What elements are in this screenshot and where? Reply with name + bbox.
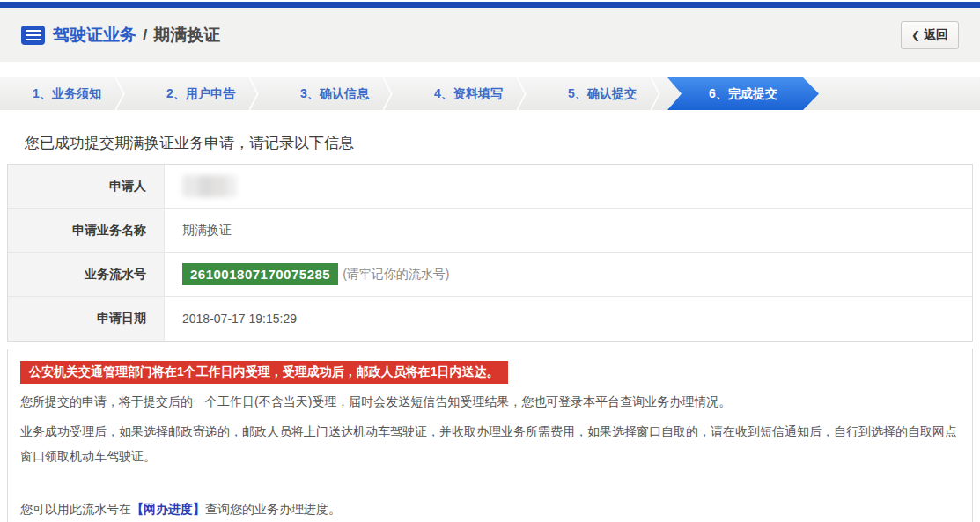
table-row: 业务流水号 261001807170075285 (请牢记你的流水号) [8,253,972,297]
notice-paragraph: 业务成功受理后，如果选择邮政寄递的，邮政人员将上门送达机动车驾驶证，并收取办理业… [20,419,960,468]
serial-note: (请牢记你的流水号) [343,267,449,283]
row-value: 期满换证 [165,223,232,239]
row-value: 2018-07-17 19:15:29 [165,312,297,326]
table-row: 申请日期 2018-07-17 19:15:29 [8,297,972,341]
row-label: 申请人 [8,165,165,208]
masked-applicant-name [182,175,237,197]
info-table: 申请人 申请业务名称 期满换证 业务流水号 261001807170075285… [7,164,973,342]
breadcrumb-separator: / [143,26,147,45]
progress-query-link[interactable]: 【网办进度】 [131,502,205,516]
stepper-step[interactable]: 2、用户申告 [134,77,268,110]
table-row: 申请业务名称 期满换证 [8,209,972,253]
footer-suffix: 查询您的业务办理进度。 [205,502,341,516]
back-button[interactable]: ❮ 返回 [901,21,959,49]
notice-footer: 您可以用此流水号在【网办进度】查询您的业务办理进度。 [20,502,960,518]
step-label: 4、资料填写 [434,86,503,100]
notice-paragraphs: 您所提交的申请，将于提交后的一个工作日(不含当天)受理，届时会发送短信告知受理结… [20,389,960,468]
step-label: 6、完成提交 [709,86,777,100]
footer-prefix: 您可以用此流水号在 [20,502,131,516]
step-label: 3、确认信息 [300,86,369,100]
serial-number: 261001807170075285 [182,263,338,285]
stepper: 1、业务须知 2、用户申告 3、确认信息 4、资料填写 5、确认提交 6、完成提… [0,77,980,110]
step-label: 5、确认提交 [568,86,637,100]
stepper-step[interactable]: 3、确认信息 [268,77,402,110]
page-header: 驾驶证业务 / 期满换证 ❮ 返回 [0,8,980,62]
row-value-text: 期满换证 [182,223,232,239]
breadcrumb-current: 期满换证 [153,24,220,47]
page-title: 驾驶证业务 [53,24,136,47]
alert-banner: 公安机关交通管理部门将在1个工作日内受理，受理成功后，邮政人员将在1日内送达。 [20,361,508,384]
top-accent-bar [0,2,980,8]
row-label: 申请业务名称 [8,209,165,252]
stepper-step[interactable]: 1、业务须知 [0,77,134,110]
row-value: 261001807170075285 (请牢记你的流水号) [165,263,450,285]
row-value-text: 2018-07-17 19:15:29 [182,312,297,326]
step-label: 2、用户申告 [166,86,235,100]
notice-box: 公安机关交通管理部门将在1个工作日内受理，受理成功后，邮政人员将在1日内送达。 … [7,349,973,522]
row-label: 申请日期 [8,297,165,341]
stepper-step[interactable]: 6、完成提交 [667,77,819,110]
stepper-step[interactable]: 5、确认提交 [535,77,669,110]
chevron-left-icon: ❮ [911,29,920,41]
list-icon [21,26,45,45]
table-row: 申请人 [8,165,972,209]
success-message: 您已成功提交期满换证业务申请，请记录以下信息 [25,133,980,153]
step-label: 1、业务须知 [33,86,101,100]
back-button-label: 返回 [924,27,948,43]
row-label: 业务流水号 [8,253,165,296]
notice-paragraph: 您所提交的申请，将于提交后的一个工作日(不含当天)受理，届时会发送短信告知受理结… [20,389,960,414]
stepper-step[interactable]: 4、资料填写 [402,77,535,110]
row-value [165,175,237,197]
